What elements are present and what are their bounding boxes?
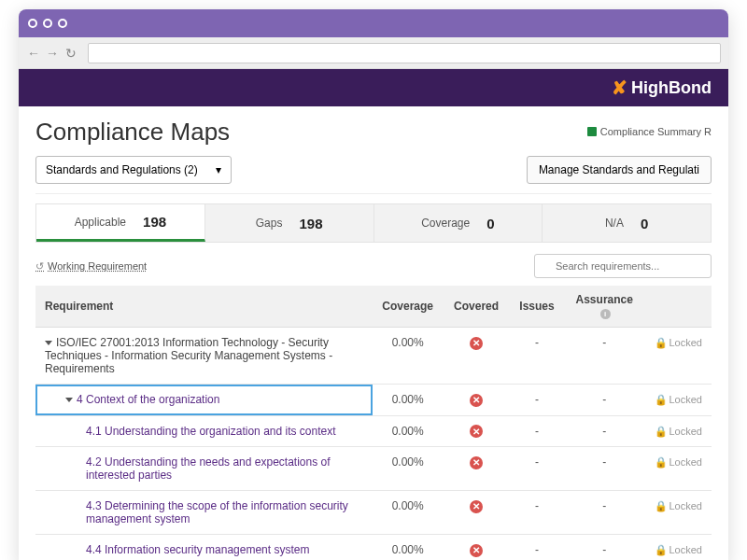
col-assurance[interactable]: Assurancei bbox=[564, 286, 645, 328]
lock-icon: 🔒 bbox=[655, 337, 668, 348]
tab-count: 198 bbox=[299, 216, 322, 231]
dropdown-label: Standards and Regulations (2) bbox=[46, 163, 198, 176]
tab-count: 0 bbox=[641, 216, 648, 231]
coverage-cell: 0.00% bbox=[373, 491, 443, 535]
lock-icon: 🔒 bbox=[655, 544, 668, 555]
tab-count: 198 bbox=[143, 214, 166, 230]
assurance-cell: - bbox=[564, 491, 645, 535]
covered-cell: ✕ bbox=[443, 535, 510, 561]
excel-icon bbox=[587, 127, 597, 136]
manage-standards-button[interactable]: Manage Standards and Regulati bbox=[527, 156, 712, 184]
assurance-cell: - bbox=[564, 385, 645, 416]
covered-cell: ✕ bbox=[443, 415, 510, 447]
locked-cell: 🔒Locked bbox=[644, 447, 712, 491]
issues-cell: - bbox=[510, 385, 564, 416]
page-body: Compliance Maps Compliance Summary R Sta… bbox=[19, 106, 728, 560]
brand-mark-icon: ✘ bbox=[612, 77, 627, 99]
covered-cell: ✕ bbox=[443, 447, 510, 491]
tab-label: Coverage bbox=[421, 217, 470, 230]
lock-icon: 🔒 bbox=[655, 456, 668, 468]
brand-bar: ✘ HighBond bbox=[19, 69, 728, 106]
sub-controls: ↺ Working Requirement 🔍 bbox=[35, 254, 712, 278]
lock-icon: 🔒 bbox=[655, 394, 668, 405]
url-input[interactable] bbox=[88, 43, 721, 63]
coverage-cell: 0.00% bbox=[373, 385, 443, 416]
caret-down-icon[interactable] bbox=[45, 341, 52, 345]
lock-icon: 🔒 bbox=[655, 426, 668, 437]
not-covered-icon: ✕ bbox=[470, 456, 483, 469]
not-covered-icon: ✕ bbox=[470, 425, 483, 438]
not-covered-icon: ✕ bbox=[470, 394, 483, 407]
link-icon: ↺ bbox=[35, 260, 44, 273]
covered-cell: ✕ bbox=[443, 491, 510, 535]
reload-icon[interactable]: ↻ bbox=[63, 46, 78, 61]
requirement-link[interactable]: 4.3 Determining the scope of the informa… bbox=[86, 499, 348, 525]
lock-icon: 🔒 bbox=[655, 500, 668, 511]
not-covered-icon: ✕ bbox=[470, 544, 483, 557]
table-row[interactable]: ISO/IEC 27001:2013 Information Technolog… bbox=[35, 328, 712, 385]
info-icon[interactable]: i bbox=[600, 309, 611, 319]
coverage-cell: 0.00% bbox=[373, 415, 443, 447]
locked-cell: 🔒Locked bbox=[644, 491, 712, 535]
assurance-cell: - bbox=[564, 447, 645, 491]
brand-logo: ✘ HighBond bbox=[612, 77, 712, 99]
locked-cell: 🔒Locked bbox=[644, 535, 712, 561]
browser-toolbar: ← → ↻ bbox=[19, 37, 728, 69]
tab-label: Gaps bbox=[256, 217, 283, 230]
issues-cell: - bbox=[510, 491, 564, 535]
tab-coverage[interactable]: Coverage 0 bbox=[374, 204, 543, 242]
covered-cell: ✕ bbox=[443, 328, 510, 385]
not-covered-icon: ✕ bbox=[470, 500, 483, 513]
caret-down-icon[interactable] bbox=[65, 398, 73, 402]
browser-frame: ← → ↻ ✘ HighBond Compliance Maps Complia… bbox=[19, 9, 728, 560]
col-covered[interactable]: Covered bbox=[443, 286, 510, 328]
forward-icon[interactable]: → bbox=[45, 46, 60, 61]
requirement-link[interactable]: 4.1 Understanding the organization and i… bbox=[86, 425, 336, 438]
table-row[interactable]: 4.2 Understanding the needs and expectat… bbox=[35, 447, 712, 491]
locked-cell: 🔒Locked bbox=[644, 328, 712, 385]
col-assurance-label: Assurance bbox=[576, 293, 633, 306]
table-row[interactable]: 4.1 Understanding the organization and i… bbox=[35, 415, 712, 447]
summary-link-label: Compliance Summary R bbox=[600, 126, 712, 137]
tab-count: 0 bbox=[486, 216, 494, 231]
browser-tabbar bbox=[19, 9, 728, 37]
tab-label: N/A bbox=[605, 217, 624, 230]
tab-gaps[interactable]: Gaps 198 bbox=[205, 204, 374, 242]
back-icon[interactable]: ← bbox=[26, 46, 41, 61]
issues-cell: - bbox=[510, 328, 564, 385]
tab-label: Applicable bbox=[75, 216, 126, 229]
tab-na[interactable]: N/A 0 bbox=[543, 204, 711, 242]
col-issues[interactable]: Issues bbox=[510, 286, 564, 328]
table-row[interactable]: 4 Context of the organization0.00%✕--🔒Lo… bbox=[35, 385, 712, 416]
requirement-link[interactable]: 4 Context of the organization bbox=[77, 393, 219, 406]
issues-cell: - bbox=[510, 415, 564, 447]
coverage-cell: 0.00% bbox=[373, 328, 443, 385]
requirements-table: Requirement Coverage Covered Issues Assu… bbox=[35, 286, 712, 560]
issues-cell: - bbox=[510, 447, 564, 491]
assurance-cell: - bbox=[564, 535, 645, 561]
search-input[interactable] bbox=[534, 254, 712, 278]
coverage-cell: 0.00% bbox=[373, 447, 443, 491]
col-locked bbox=[644, 286, 712, 328]
window-dot-3 bbox=[58, 19, 67, 28]
tab-strip: Applicable 198 Gaps 198 Coverage 0 N/A 0 bbox=[35, 203, 712, 243]
col-requirement[interactable]: Requirement bbox=[35, 286, 373, 328]
requirement-link[interactable]: 4.4 Information security management syst… bbox=[86, 543, 309, 556]
table-row[interactable]: 4.4 Information security management syst… bbox=[35, 535, 712, 561]
coverage-cell: 0.00% bbox=[373, 535, 443, 561]
controls-row: Standards and Regulations (2) ▾ Manage S… bbox=[35, 156, 712, 194]
assurance-cell: - bbox=[564, 328, 645, 385]
requirement-link[interactable]: ISO/IEC 27001:2013 Information Technolog… bbox=[45, 336, 332, 375]
table-row[interactable]: 4.3 Determining the scope of the informa… bbox=[35, 491, 712, 535]
standards-dropdown[interactable]: Standards and Regulations (2) ▾ bbox=[35, 156, 232, 184]
window-dot-2 bbox=[43, 19, 52, 28]
search-wrap: 🔍 bbox=[534, 254, 712, 278]
issues-cell: - bbox=[510, 535, 564, 561]
not-covered-icon: ✕ bbox=[470, 337, 483, 350]
tab-applicable[interactable]: Applicable 198 bbox=[36, 204, 205, 242]
col-coverage[interactable]: Coverage bbox=[373, 286, 443, 328]
assurance-cell: - bbox=[564, 415, 645, 447]
working-requirement-link[interactable]: ↺ Working Requirement bbox=[35, 260, 147, 273]
compliance-summary-link[interactable]: Compliance Summary R bbox=[587, 126, 712, 137]
requirement-link[interactable]: 4.2 Understanding the needs and expectat… bbox=[86, 455, 331, 482]
